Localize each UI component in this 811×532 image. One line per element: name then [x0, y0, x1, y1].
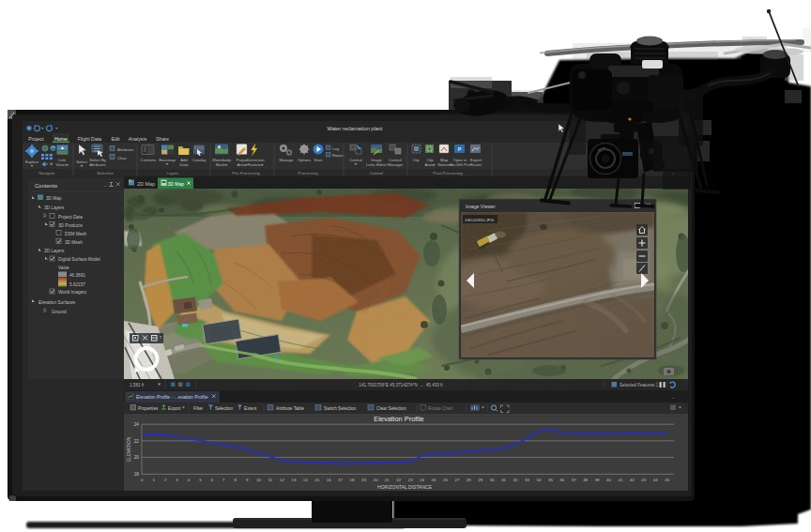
svg-text:Map: Map	[440, 158, 449, 162]
svg-text:Export: Export	[470, 158, 482, 162]
svg-text:11: 11	[268, 478, 273, 482]
svg-text:Attributes: Attributes	[89, 162, 106, 167]
svg-text:31: 31	[501, 478, 506, 482]
svg-text:Flight Data: Flight Data	[78, 136, 102, 142]
svg-text:Select: Select	[76, 160, 87, 164]
svg-text:3D Map: 3D Map	[46, 196, 62, 201]
svg-text:18: 18	[350, 478, 355, 482]
svg-text:Clip: Clip	[426, 158, 434, 162]
svg-text:42: 42	[630, 478, 635, 482]
svg-text:Image Viewer: Image Viewer	[466, 204, 496, 209]
svg-text:Contents: Contents	[35, 183, 57, 189]
svg-text:20: 20	[373, 478, 377, 482]
svg-text:Contents: Contents	[141, 158, 157, 162]
svg-text:23: 23	[408, 478, 413, 482]
svg-text:World Imagery: World Imagery	[58, 290, 87, 295]
svg-text:Properties: Properties	[138, 406, 159, 411]
svg-text:Manage: Manage	[279, 158, 294, 162]
svg-text:Views▾: Views▾	[55, 162, 69, 167]
svg-text:13: 13	[291, 478, 296, 482]
svg-text:Switch Selection: Switch Selection	[324, 406, 357, 411]
svg-text:Project Data: Project Data	[58, 215, 83, 220]
svg-text:Export: Export	[168, 406, 181, 411]
svg-text:Home: Home	[54, 136, 68, 142]
svg-text:29: 29	[478, 478, 482, 482]
svg-text:141.7001706°E 45.3714274°N ⌄: 141.7001706°E 45.3714274°N ⌄ 45.433 ft	[359, 383, 443, 388]
svg-text:Selected Features 1: Selected Features 1	[620, 383, 659, 388]
svg-text:41: 41	[618, 478, 622, 482]
svg-text:37: 37	[572, 478, 576, 482]
svg-text:Mask▾: Mask▾	[216, 162, 228, 167]
svg-text:Add: Add	[180, 158, 188, 162]
svg-text:36: 36	[559, 478, 564, 482]
svg-text:17: 17	[338, 478, 343, 482]
svg-text:33: 33	[525, 478, 529, 482]
svg-text:Layers: Layers	[167, 171, 179, 175]
svg-text:30: 30	[490, 478, 495, 482]
svg-text:Log: Log	[332, 146, 340, 151]
svg-text:Start: Start	[314, 158, 324, 162]
svg-text:Explore: Explore	[25, 160, 39, 164]
svg-text:27: 27	[454, 478, 459, 482]
svg-text:Digital Surface Model: Digital Surface Model	[58, 257, 100, 262]
svg-text:Selection: Selection	[97, 171, 114, 175]
svg-text:Image: Image	[371, 158, 382, 162]
svg-text:ELEVATION: ELEVATION	[127, 436, 131, 462]
svg-text:Waterbody: Waterbody	[212, 158, 232, 162]
svg-text:24: 24	[420, 478, 424, 482]
svg-text:3D Products: 3D Products	[58, 223, 83, 228]
svg-text:19: 19	[361, 478, 366, 482]
svg-text:44: 44	[653, 478, 658, 482]
svg-text:Analysis: Analysis	[129, 136, 147, 142]
svg-text:Pre-Processing: Pre-Processing	[232, 171, 260, 175]
svg-text:Basemap: Basemap	[159, 158, 176, 162]
svg-text:16: 16	[327, 478, 331, 482]
svg-text:Open in: Open in	[453, 158, 467, 162]
svg-text:14: 14	[303, 478, 308, 482]
svg-text:39: 39	[595, 478, 600, 482]
svg-text:20: 20	[134, 455, 140, 460]
svg-text:Ground: Ground	[52, 310, 67, 314]
svg-text:28: 28	[467, 478, 471, 482]
svg-text:26: 26	[443, 478, 448, 482]
svg-text:Elevation Profile: Elevation Profile	[374, 415, 423, 423]
svg-text:Control: Control	[349, 158, 362, 162]
svg-text:43: 43	[641, 478, 646, 482]
svg-text:24: 24	[134, 422, 140, 427]
svg-text:⌄: ⌄	[671, 394, 675, 400]
svg-text:1,581 ft: 1,581 ft	[130, 383, 145, 388]
svg-text:⌄: ⌄	[103, 182, 107, 188]
svg-text:32: 32	[513, 478, 518, 482]
svg-text:Project: Project	[28, 136, 44, 142]
svg-text:Clear: Clear	[117, 156, 128, 160]
svg-text:3D Mesh: 3D Mesh	[65, 240, 83, 245]
svg-text:Options: Options	[298, 158, 311, 162]
svg-text:40: 40	[606, 478, 611, 482]
svg-text:12: 12	[280, 478, 284, 482]
svg-text:Share: Share	[156, 136, 169, 142]
svg-text:ArcGIS Pro: ArcGIS Pro	[450, 162, 470, 167]
svg-text:HORIZONTAL DISTANCE: HORIZONTAL DISTANCE	[377, 484, 433, 490]
svg-text:Control: Control	[389, 158, 402, 162]
svg-text:Elevation Profile - ...evation: Elevation Profile - ...evation Profile	[136, 394, 208, 400]
svg-text:46.3691: 46.3691	[69, 273, 85, 278]
svg-text:Correction: Correction	[246, 158, 265, 162]
svg-text:22: 22	[396, 478, 401, 482]
svg-text:Clear Selection: Clear Selection	[376, 406, 406, 411]
svg-text:5.62157: 5.62157	[69, 282, 85, 287]
svg-text:21: 21	[385, 478, 390, 482]
svg-text:3D Map: 3D Map	[168, 181, 185, 187]
svg-text:Clip: Clip	[412, 158, 420, 162]
svg-text:38: 38	[583, 478, 588, 482]
svg-text:Raster: Raster	[470, 162, 482, 167]
svg-text:Notes▾: Notes▾	[437, 162, 451, 167]
svg-text:Area▾: Area▾	[425, 162, 436, 167]
svg-text:Processing: Processing	[298, 171, 318, 175]
svg-text:15: 15	[314, 478, 319, 482]
svg-text:45: 45	[665, 478, 669, 482]
svg-text:Manager: Manager	[388, 162, 404, 167]
svg-text:Link: Link	[58, 158, 67, 162]
svg-text:Filter: Filter	[193, 406, 204, 411]
svg-text:Report: Report	[332, 153, 344, 158]
svg-text:Area▾: Area▾	[237, 162, 249, 167]
